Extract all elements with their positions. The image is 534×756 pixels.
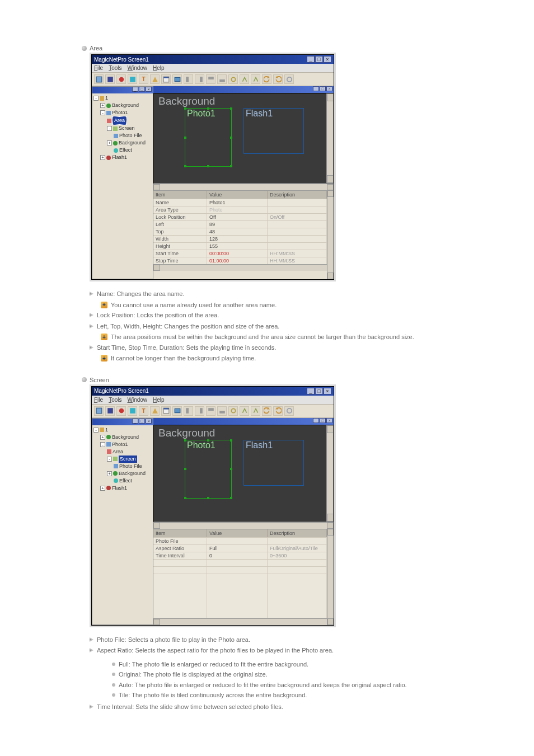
- tool-7[interactable]: [161, 74, 171, 84]
- prop-row: Start Time00:00:00HH:MM:SS: [153, 250, 327, 257]
- tool-11[interactable]: [206, 74, 216, 84]
- maximize-icon[interactable]: □: [315, 388, 323, 395]
- tree-root[interactable]: -1: [93, 426, 153, 434]
- tree-root[interactable]: -1: [93, 95, 153, 102]
- tool-1[interactable]: [94, 74, 104, 84]
- tree-effect[interactable]: Effect: [93, 147, 153, 154]
- tool-2[interactable]: [105, 406, 115, 416]
- tree-background2[interactable]: +Background: [93, 470, 153, 477]
- tree-background[interactable]: +Background: [93, 102, 153, 109]
- tool-10[interactable]: [195, 406, 204, 416]
- preview-canvas[interactable]: Background Photo1 Flash1: [153, 93, 334, 184]
- svg-rect-26: [208, 408, 214, 411]
- tool-9[interactable]: [184, 74, 193, 84]
- tree-photo1[interactable]: -Photo1: [93, 109, 153, 116]
- tool-redo-icon[interactable]: [273, 406, 283, 416]
- preview-close-icon[interactable]: ×: [326, 86, 332, 91]
- menu-tools[interactable]: Tools: [109, 65, 121, 71]
- panel-max-icon[interactable]: □: [139, 87, 145, 92]
- minimize-icon[interactable]: _: [307, 56, 315, 63]
- svg-rect-1: [107, 77, 113, 82]
- tool-15[interactable]: [251, 406, 260, 416]
- preview-canvas[interactable]: Background Photo1 Flash1: [153, 425, 334, 522]
- menu-help[interactable]: Help: [153, 397, 165, 403]
- preview-max-icon[interactable]: □: [320, 418, 326, 423]
- preview-vscroll[interactable]: [326, 93, 333, 183]
- prop-hscroll[interactable]: [153, 618, 327, 625]
- prop-vscroll[interactable]: [327, 190, 334, 280]
- panel-close-icon[interactable]: ×: [146, 419, 152, 424]
- tool-text-icon[interactable]: T: [139, 406, 148, 416]
- tool-8[interactable]: [172, 74, 182, 84]
- panel-close-icon[interactable]: ×: [146, 87, 152, 92]
- tool-12[interactable]: [217, 406, 227, 416]
- maximize-icon[interactable]: □: [315, 56, 323, 63]
- tool-14[interactable]: [240, 406, 249, 416]
- preview-max-icon[interactable]: □: [320, 86, 326, 91]
- svg-marker-20: [152, 408, 158, 414]
- tool-13[interactable]: [228, 74, 238, 84]
- minimize-icon[interactable]: _: [307, 388, 315, 395]
- preview-vscroll[interactable]: [326, 425, 333, 522]
- menu-help[interactable]: Help: [153, 65, 165, 71]
- tool-12[interactable]: [217, 74, 227, 84]
- tree-photo1[interactable]: -Photo1: [93, 441, 153, 448]
- tool-10[interactable]: [195, 74, 204, 84]
- tool-14[interactable]: [240, 74, 249, 84]
- tool-text-icon[interactable]: T: [139, 74, 148, 84]
- tool-11[interactable]: [206, 406, 216, 416]
- tool-3[interactable]: [116, 74, 126, 84]
- tree-screen[interactable]: -Screen: [93, 456, 153, 463]
- tool-undo-icon[interactable]: [262, 406, 271, 416]
- tool-2[interactable]: [105, 74, 115, 84]
- menu-window[interactable]: Window: [127, 397, 147, 403]
- close-icon[interactable]: ×: [324, 388, 331, 395]
- tree-photo-file[interactable]: Photo File: [93, 463, 153, 470]
- tree-flash1[interactable]: +Flash1: [93, 485, 153, 492]
- photo-box[interactable]: Photo1: [185, 108, 232, 167]
- flash-box[interactable]: Flash1: [243, 440, 304, 486]
- menu-bar[interactable]: File Tools Window Help: [92, 64, 334, 73]
- tree-flash1[interactable]: +Flash1: [93, 154, 153, 161]
- close-icon[interactable]: ×: [324, 56, 331, 63]
- prop-hscroll[interactable]: [153, 264, 327, 271]
- tree-background[interactable]: +Background: [93, 434, 153, 441]
- tool-6[interactable]: [150, 406, 160, 416]
- tool-7[interactable]: [161, 406, 171, 416]
- tool-4[interactable]: [128, 74, 137, 84]
- menu-tools[interactable]: Tools: [109, 397, 121, 403]
- tool-3[interactable]: [116, 406, 126, 416]
- prop-vscroll[interactable]: [327, 529, 334, 625]
- flash-box[interactable]: Flash1: [243, 108, 304, 154]
- tool-18[interactable]: [284, 74, 294, 84]
- menu-bar[interactable]: File Tools Window Help: [92, 396, 334, 405]
- tool-6[interactable]: [150, 74, 160, 84]
- preview-close-icon[interactable]: ×: [326, 418, 332, 423]
- tool-9[interactable]: [184, 406, 193, 416]
- panel-max-icon[interactable]: □: [139, 419, 145, 424]
- preview-hscroll[interactable]: [153, 184, 334, 190]
- tool-redo-icon[interactable]: [273, 74, 283, 84]
- menu-file[interactable]: File: [94, 65, 103, 71]
- menu-file[interactable]: File: [94, 397, 103, 403]
- tree-background2[interactable]: +Background: [93, 139, 153, 147]
- preview-min-icon[interactable]: _: [313, 86, 319, 91]
- tool-undo-icon[interactable]: [262, 74, 271, 84]
- tool-8[interactable]: [172, 406, 182, 416]
- tool-18[interactable]: [284, 406, 294, 416]
- menu-window[interactable]: Window: [127, 65, 147, 71]
- tree-area[interactable]: Area: [93, 116, 153, 125]
- tree-effect[interactable]: Effect: [93, 477, 153, 485]
- panel-min-icon[interactable]: _: [132, 87, 138, 92]
- tree-screen[interactable]: -Screen: [93, 125, 153, 132]
- tool-15[interactable]: [251, 74, 260, 84]
- tool-4[interactable]: [128, 406, 137, 416]
- tree-area[interactable]: Area: [93, 448, 153, 456]
- tree-photo-file[interactable]: Photo File: [93, 132, 153, 139]
- photo-box[interactable]: Photo1: [185, 440, 232, 499]
- preview-min-icon[interactable]: _: [313, 418, 319, 423]
- panel-min-icon[interactable]: _: [132, 419, 138, 424]
- tool-13[interactable]: [228, 406, 238, 416]
- preview-hscroll[interactable]: [153, 522, 334, 529]
- tool-1[interactable]: [94, 406, 104, 416]
